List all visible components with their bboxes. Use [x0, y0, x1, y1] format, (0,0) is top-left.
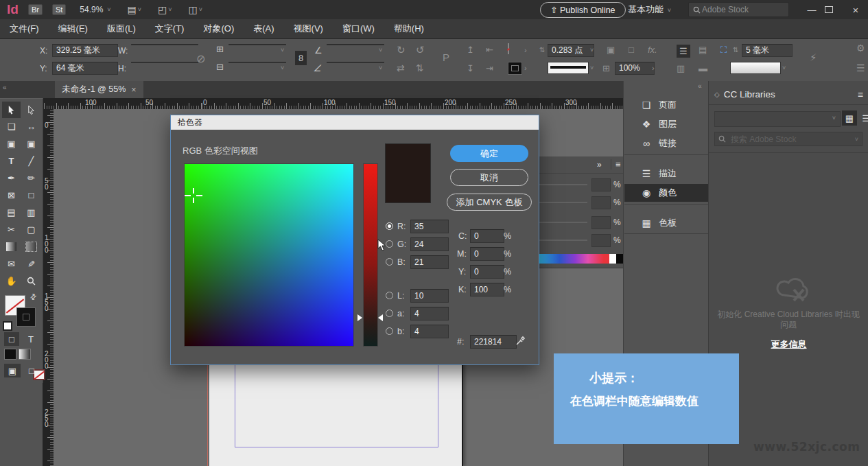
chevron-down-icon[interactable]: ˅ [590, 46, 594, 55]
b-field[interactable]: 21 [410, 255, 449, 269]
scissors-tool[interactable]: ✂ [2, 221, 21, 237]
x-position-field[interactable]: 329.25 毫米 [52, 44, 118, 57]
wrap-none-icon[interactable]: ☰ [677, 45, 690, 58]
horizontal-ruler[interactable]: 100 50 0 50 100 150 200 250 300 [43, 98, 623, 109]
wrap-bounding-icon[interactable]: ▤ [699, 45, 707, 54]
chevron-down-icon[interactable]: ˅ [168, 6, 172, 13]
swatch-dropdown[interactable] [730, 62, 781, 74]
content-placer-tool[interactable]: ▣ [22, 135, 40, 152]
bridge-button[interactable]: Br [28, 4, 43, 15]
free-transform-tool[interactable]: ▢ [22, 221, 40, 237]
menu-help[interactable]: 帮助(H) [384, 23, 434, 35]
slider-handle-right[interactable] [378, 314, 383, 321]
drop-shadow-icon[interactable]: □ [629, 45, 634, 54]
b-radio[interactable] [386, 258, 393, 266]
rectangle-tool[interactable]: □ [22, 187, 40, 203]
line-tool[interactable]: ╱ [22, 152, 40, 169]
stroke-swatch[interactable] [16, 307, 36, 327]
collapse-panel-icon[interactable]: » [597, 160, 602, 170]
menu-layout[interactable]: 版面(L) [97, 23, 145, 35]
menu-table[interactable]: 表(A) [244, 23, 283, 35]
pencil-tool[interactable]: ✏ [22, 170, 40, 186]
distribute-icon[interactable]: ↧ [467, 64, 474, 73]
cc-search-box[interactable]: ˅ [714, 132, 863, 146]
black-slider[interactable] [538, 240, 587, 241]
dock-item-layers[interactable]: ❖ 图层 [624, 115, 708, 133]
close-button[interactable]: × [845, 4, 866, 16]
y-field[interactable]: 0 [470, 265, 504, 279]
stock-search-box[interactable] [688, 2, 789, 17]
quick-apply-icon[interactable]: ⚡ [810, 53, 817, 62]
gap-tool[interactable]: ↔ [22, 118, 40, 135]
preview-view-button[interactable]: □ [23, 364, 40, 377]
chevron-right-icon[interactable]: › [652, 64, 655, 73]
magenta-value-field[interactable] [591, 196, 611, 209]
arrange-documents-icon[interactable]: ◫ [189, 4, 198, 15]
rotation-field[interactable] [327, 44, 384, 45]
swap-fill-stroke-icon[interactable]: ⇄ [28, 292, 39, 303]
menu-edit[interactable]: 编辑(E) [49, 23, 97, 35]
normal-view-button[interactable]: ▣ [4, 364, 21, 377]
l-radio[interactable] [386, 292, 393, 299]
wrap-object-icon[interactable]: ▥ [677, 64, 685, 73]
select-container-icon[interactable]: P [443, 53, 449, 62]
stroke-color-swatch[interactable] [508, 62, 522, 75]
panel-menu-icon[interactable]: ≡ [858, 89, 863, 100]
type-tool[interactable]: T [2, 152, 21, 169]
magenta-slider[interactable] [538, 202, 587, 203]
tab-close-icon[interactable]: × [131, 85, 136, 95]
b-lab-radio[interactable] [386, 327, 393, 335]
yellow-value-field[interactable] [591, 216, 611, 229]
b-lab-field[interactable]: 4 [410, 325, 449, 338]
zoom-tool[interactable] [22, 272, 40, 289]
frame-fitting-icon[interactable]: ⛶ [720, 45, 727, 54]
white-swatch[interactable] [609, 254, 616, 264]
constrain-scale-icon[interactable]: 8 [295, 51, 307, 65]
chevron-down-icon[interactable]: ˅ [199, 6, 202, 13]
stepper-icon[interactable]: ⇅ [733, 45, 738, 54]
minimize-button[interactable]: — [801, 5, 822, 15]
cyan-value-field[interactable] [591, 178, 611, 191]
hex-field[interactable]: 221814 [470, 335, 517, 349]
chevron-down-icon[interactable]: ˅ [782, 64, 786, 73]
page-tool[interactable]: ❏ [2, 118, 21, 135]
a-radio[interactable] [386, 310, 393, 317]
r-radio[interactable] [386, 222, 393, 230]
fill-color-swatch[interactable] [508, 43, 509, 54]
document-tab[interactable]: 未命名-1 @ 55% × [55, 81, 143, 98]
g-field[interactable]: 24 [410, 237, 449, 251]
cc-libraries-tab[interactable]: ◇ CC Libraries [714, 89, 775, 100]
rotate-cw-icon[interactable]: ↻ [397, 45, 406, 54]
workspace-switcher[interactable]: 基本功能 ˅ [628, 3, 678, 16]
library-select-dropdown[interactable]: ˅ [714, 111, 841, 127]
stroke-style-dropdown[interactable] [548, 62, 589, 74]
direct-selection-tool[interactable] [22, 102, 40, 118]
apply-gradient-button[interactable] [19, 349, 31, 360]
gear-icon[interactable]: ⚙ [856, 44, 865, 53]
k-field[interactable]: 100 [470, 283, 504, 296]
chevron-down-icon[interactable]: ˅ [590, 64, 594, 73]
chevron-down-icon[interactable]: ˅ [379, 46, 382, 55]
rotate-ccw-icon[interactable]: ↺ [416, 45, 425, 54]
chevron-down-icon[interactable]: ˅ [138, 6, 141, 13]
menu-window[interactable]: 窗口(W) [333, 23, 384, 35]
eyedropper-tool[interactable]: ✎ [22, 255, 40, 272]
menu-type[interactable]: 文字(T) [145, 23, 194, 35]
dock-item-stroke[interactable]: ☰ 描边 [624, 165, 708, 183]
grid-view-button[interactable]: ▦ [842, 110, 857, 126]
distribute-icon[interactable]: ↥ [467, 45, 474, 54]
l-field[interactable]: 10 [410, 289, 449, 303]
distribute-icon[interactable]: ⇤ [486, 45, 493, 54]
constrain-dimensions-icon[interactable]: ⊘ [196, 54, 205, 63]
hex-eyedropper-icon[interactable] [515, 335, 526, 346]
width-field[interactable] [131, 44, 198, 45]
wrap-jump-icon[interactable]: ▬ [699, 64, 707, 73]
vertical-ruler[interactable]: 0 50 100 150 200 250 [43, 109, 54, 466]
horizontal-grid-tool[interactable]: ▤ [2, 204, 21, 220]
formatting-container-button[interactable]: □ [4, 332, 19, 346]
cyan-slider[interactable] [538, 184, 587, 185]
gradient-feather-tool[interactable] [22, 238, 40, 255]
flip-horizontal-icon[interactable]: ⇄ [397, 64, 405, 73]
dock-item-links[interactable]: ∞ 链接 [624, 135, 708, 152]
panel-menu-icon[interactable]: ≡ [611, 159, 621, 170]
